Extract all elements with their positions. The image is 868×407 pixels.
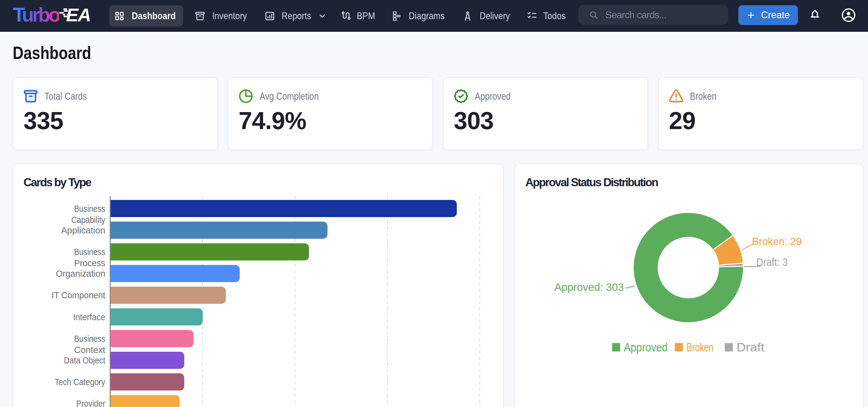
svg-text:Business: Business xyxy=(74,204,105,214)
svg-text:Organization: Organization xyxy=(56,268,105,279)
svg-text:Broken: Broken xyxy=(686,341,713,354)
svg-text:Capability: Capability xyxy=(71,214,105,225)
svg-text:Process: Process xyxy=(74,258,105,268)
svg-text:Data Object: Data Object xyxy=(64,355,105,365)
svg-text:Provider: Provider xyxy=(76,398,105,407)
svg-text:Business: Business xyxy=(74,247,105,257)
svg-text:Approved: Approved xyxy=(624,341,668,354)
svg-text:IT Component: IT Component xyxy=(52,290,105,300)
svg-text:Approved: 303: Approved: 303 xyxy=(554,281,624,293)
svg-text:Application: Application xyxy=(61,225,105,235)
svg-text:Context: Context xyxy=(74,345,105,355)
svg-text:Draft: Draft xyxy=(737,341,764,354)
svg-text:Business: Business xyxy=(74,333,105,344)
svg-text:Tech Category: Tech Category xyxy=(55,377,105,387)
svg-text:Interface: Interface xyxy=(73,312,105,322)
svg-text:Draft: 3: Draft: 3 xyxy=(756,256,788,268)
svg-text:Broken: 29: Broken: 29 xyxy=(752,235,802,248)
